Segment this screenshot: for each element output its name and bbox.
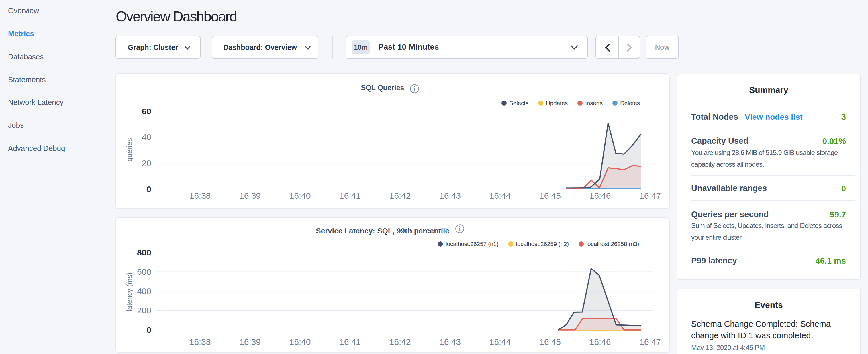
svg-text:16:44: 16:44 bbox=[489, 191, 510, 200]
svg-text:0: 0 bbox=[147, 325, 151, 334]
svg-text:20: 20 bbox=[142, 158, 151, 168]
svg-text:40: 40 bbox=[142, 132, 151, 142]
svg-text:0: 0 bbox=[147, 185, 151, 194]
svg-text:16:46: 16:46 bbox=[589, 337, 611, 347]
svg-text:16:45: 16:45 bbox=[539, 191, 561, 200]
svg-text:16:39: 16:39 bbox=[239, 337, 261, 347]
svg-text:60: 60 bbox=[142, 106, 151, 116]
svg-text:16:46: 16:46 bbox=[589, 191, 611, 200]
svg-text:16:40: 16:40 bbox=[289, 337, 311, 347]
svg-text:400: 400 bbox=[137, 286, 151, 296]
svg-text:16:39: 16:39 bbox=[239, 191, 261, 200]
svg-text:16:42: 16:42 bbox=[389, 337, 411, 347]
svg-text:16:47: 16:47 bbox=[639, 191, 661, 200]
svg-text:16:44: 16:44 bbox=[489, 337, 510, 347]
svg-text:16:38: 16:38 bbox=[189, 337, 211, 347]
svg-text:16:47: 16:47 bbox=[639, 337, 661, 347]
svg-text:16:41: 16:41 bbox=[339, 191, 361, 200]
svg-text:200: 200 bbox=[137, 305, 151, 315]
svg-text:16:43: 16:43 bbox=[439, 191, 461, 200]
svg-text:16:38: 16:38 bbox=[189, 191, 211, 200]
svg-text:latency (ms): latency (ms) bbox=[125, 272, 133, 311]
svg-text:16:43: 16:43 bbox=[439, 337, 461, 347]
svg-text:queries: queries bbox=[125, 138, 133, 162]
svg-text:16:42: 16:42 bbox=[389, 191, 411, 200]
svg-text:16:40: 16:40 bbox=[289, 191, 311, 200]
svg-text:16:45: 16:45 bbox=[539, 337, 561, 347]
svg-text:800: 800 bbox=[137, 248, 151, 257]
svg-text:600: 600 bbox=[137, 267, 151, 277]
svg-text:16:41: 16:41 bbox=[339, 337, 361, 347]
